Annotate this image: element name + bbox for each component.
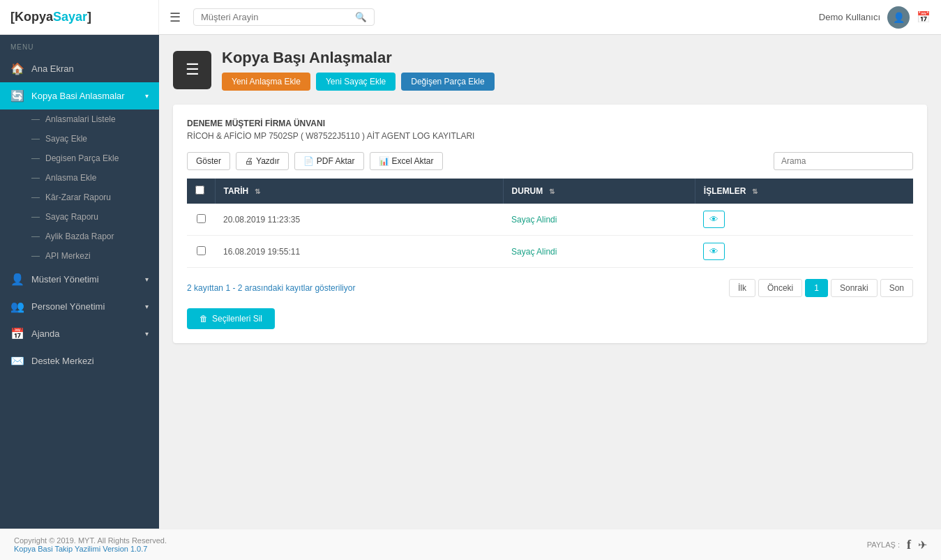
view-button[interactable]: 👁 — [703, 243, 725, 260]
row-tarih: 20.08.2019 11:23:35 — [215, 204, 503, 236]
header-right: Demo Kullanıcı 👤 📅 — [808, 6, 941, 29]
row-checkbox[interactable] — [197, 214, 206, 223]
print-icon: 🖨 — [245, 156, 253, 166]
home-icon: 🏠 — [10, 62, 24, 75]
sub-item-label: Anlasmalari Listele — [45, 114, 116, 124]
col-durum: DURUM ⇅ — [503, 179, 695, 204]
col-islemler: İŞLEMLER ⇅ — [695, 179, 913, 204]
sub-item-label: API Merkezi — [45, 251, 91, 261]
btn-delete-selected[interactable]: 🗑 Seçilenleri Sil — [187, 308, 275, 329]
btn-pdf[interactable]: 📄 PDF Aktar — [294, 152, 364, 170]
col-checkbox — [187, 179, 215, 204]
sidebar-item-kar-zarar-raporu[interactable]: Kâr-Zarar Raporu — [21, 188, 159, 207]
sidebar-item-aylik-bazda-rapor[interactable]: Aylik Bazda Rapor — [21, 227, 159, 246]
sidebar-item-sayac-ekle[interactable]: Sayaç Ekle — [21, 129, 159, 149]
btn-degisen-parca[interactable]: Değişen Parça Ekle — [401, 73, 494, 91]
sidebar-item-label: Destek Merkezi — [31, 356, 94, 366]
sidebar-item-musteri-yonetimi[interactable]: 👤 Müsteri Yönetimi ▾ — [0, 266, 159, 293]
footer-left: Copyright © 2019. MYT. All Rights Reserv… — [14, 536, 167, 553]
page-icon-symbol: ☰ — [186, 61, 200, 79]
pag-btn-current[interactable]: 1 — [805, 279, 828, 297]
pdf-icon: 📄 — [303, 156, 314, 166]
footer-right: PAYLAŞ : f ✈ — [867, 538, 927, 552]
sidebar-item-personel-yonetimi[interactable]: 👥 Personel Yönetimi ▾ — [0, 293, 159, 320]
sidebar-item-label: Ana Ekran — [31, 63, 74, 74]
search-input[interactable] — [201, 12, 355, 22]
col-tarih: TARİH ⇅ — [215, 179, 503, 204]
table-search-input[interactable] — [774, 152, 913, 170]
footer-paylas: PAYLAŞ : — [867, 540, 900, 549]
sidebar-item-anlasma-ekle[interactable]: Anlasma Ekle — [21, 168, 159, 188]
page-actions: Yeni Anlaşma Ekle Yeni Sayaç Ekle Değişe… — [222, 73, 495, 91]
logo-bracket-close: ] — [87, 10, 91, 24]
search-button[interactable]: 🔍 — [355, 12, 367, 22]
row-tarih: 16.08.2019 19:55:11 — [215, 236, 503, 268]
btn-yeni-sayac[interactable]: Yeni Sayaç Ekle — [316, 73, 396, 91]
excel-icon: 📊 — [379, 156, 389, 166]
avatar[interactable]: 👤 — [887, 6, 910, 29]
header-center: ☰ 🔍 — [159, 8, 808, 26]
main-layout: MENU 🏠 Ana Ekran 🔄 Kopya Basi Anlasmalar… — [0, 35, 941, 529]
sub-item-label: Degisen Parça Ekle — [45, 153, 119, 163]
sort-arrows-islemler[interactable]: ⇅ — [752, 188, 758, 195]
pag-btn-sonraki[interactable]: Sonraki — [831, 279, 878, 297]
btn-goster[interactable]: Göster — [187, 152, 230, 170]
logo-area: [ Kopya Sayar ] — [0, 0, 159, 34]
sub-item-label: Aylik Bazda Rapor — [45, 232, 114, 241]
footer: Copyright © 2019. MYT. All Rights Reserv… — [0, 529, 941, 560]
sub-item-label: Kâr-Zarar Raporu — [45, 192, 111, 202]
sort-arrows-tarih[interactable]: ⇅ — [255, 188, 260, 195]
page-icon: ☰ — [173, 51, 211, 89]
trash-icon: 🗑 — [200, 314, 208, 324]
view-button[interactable]: 👁 — [703, 211, 725, 228]
sidebar-item-degisen-parca-ekle[interactable]: Degisen Parça Ekle — [21, 149, 159, 168]
top-header: [ Kopya Sayar ] ☰ 🔍 Demo Kullanıcı 👤 📅 — [0, 0, 941, 35]
sidebar-item-destek-merkezi[interactable]: ✉️ Destek Merkezi — [0, 347, 159, 374]
footer-version[interactable]: Kopya Basi Takip Yazilimi Version 1.0.7 — [14, 545, 167, 553]
page-title: Kopya Başı Anlaşmalar — [222, 49, 495, 67]
sidebar-item-label: Ajanda — [31, 328, 59, 339]
avatar-icon: 👤 — [893, 12, 905, 23]
eye-icon: 👁 — [709, 246, 718, 257]
row-islemler: 👁 — [695, 204, 913, 236]
select-all-checkbox[interactable] — [195, 186, 204, 195]
sub-item-label: Sayaç Raporu — [45, 212, 98, 222]
logo-kopya: Kopya — [15, 10, 53, 24]
btn-delete-label: Seçilenleri Sil — [212, 314, 262, 324]
chevron-down-icon: ▾ — [145, 92, 149, 100]
page-header: ☰ Kopya Başı Anlaşmalar Yeni Anlaşma Ekl… — [173, 49, 927, 91]
row-durum: Sayaç Alindi — [503, 204, 695, 236]
chevron-down-icon: ▾ — [145, 303, 149, 310]
hamburger-icon[interactable]: ☰ — [170, 10, 181, 25]
btn-excel[interactable]: 📊 Excel Aktar — [370, 152, 443, 170]
pag-btn-onceki[interactable]: Önceki — [758, 279, 802, 297]
pagination-info: 2 kayıttan 1 - 2 arasındaki kayıtlar gös… — [187, 283, 355, 293]
content-area: ☰ Kopya Başı Anlaşmalar Yeni Anlaşma Ekl… — [159, 35, 941, 529]
sidebar-item-kopya-basi[interactable]: 🔄 Kopya Basi Anlasmalar ▾ — [0, 82, 159, 109]
table-row: 20.08.2019 11:23:35 Sayaç Alindi 👁 — [187, 204, 913, 236]
facebook-icon[interactable]: f — [907, 538, 911, 552]
row-checkbox[interactable] — [197, 246, 206, 255]
calendar-icon: 📅 — [10, 327, 24, 340]
btn-yazdir[interactable]: 🖨 Yazdır — [236, 152, 289, 170]
sidebar-item-label: Personel Yönetimi — [31, 301, 105, 312]
btn-yeni-anlasma[interactable]: Yeni Anlaşma Ekle — [222, 73, 310, 91]
footer-copyright: Copyright © 2019. MYT. All Rights Reserv… — [14, 536, 167, 545]
sidebar-item-api-merkezi[interactable]: API Merkezi — [21, 246, 159, 266]
mail-icon: ✉️ — [10, 354, 24, 368]
sidebar-submenu: Anlasmalari Listele Sayaç Ekle Degisen P… — [0, 109, 159, 266]
calendar-icon[interactable]: 📅 — [917, 10, 931, 24]
sidebar-item-sayac-raporu[interactable]: Sayaç Raporu — [21, 207, 159, 227]
row-checkbox-cell — [187, 204, 215, 236]
sidebar-item-anlasmalari-listele[interactable]: Anlasmalari Listele — [21, 109, 159, 129]
sidebar-item-ajanda[interactable]: 📅 Ajanda ▾ — [0, 320, 159, 347]
pag-btn-ilk[interactable]: İlk — [729, 279, 755, 297]
pag-btn-son[interactable]: Son — [880, 279, 913, 297]
sort-arrows-durum[interactable]: ⇅ — [549, 188, 555, 195]
sidebar-item-ana-ekran[interactable]: 🏠 Ana Ekran — [0, 55, 159, 82]
sidebar-item-label: Müsteri Yönetimi — [31, 274, 99, 285]
twitter-icon[interactable]: ✈ — [918, 538, 927, 552]
search-bar: 🔍 — [193, 8, 375, 26]
row-checkbox-cell — [187, 236, 215, 268]
sidebar: MENU 🏠 Ana Ekran 🔄 Kopya Basi Anlasmalar… — [0, 35, 159, 529]
